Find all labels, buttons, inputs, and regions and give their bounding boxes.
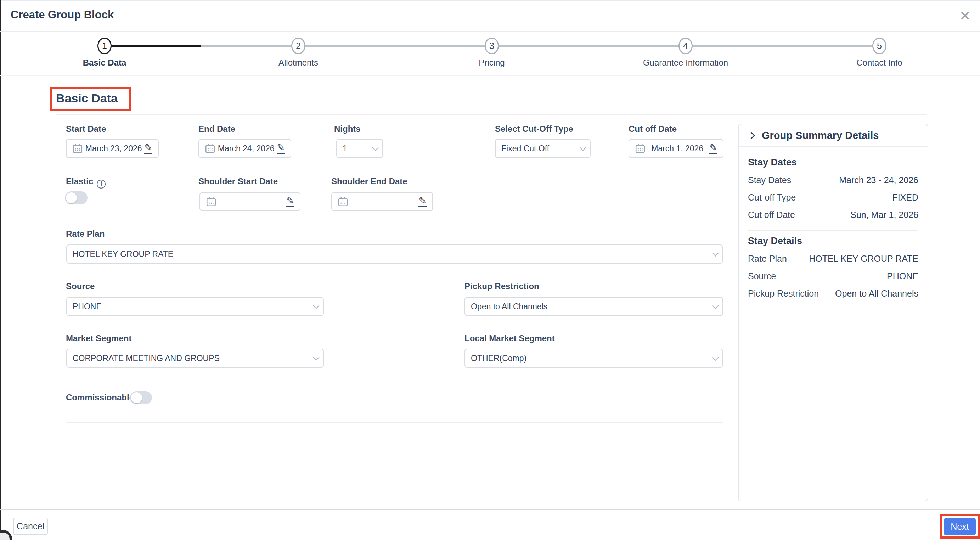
local-market-segment-select[interactable]: OTHER(Comp) [465, 349, 723, 368]
summary-section-heading: Stay Dates [748, 157, 918, 168]
chevron-down-icon [712, 302, 719, 309]
market-segment-label: Market Segment [66, 333, 132, 343]
header-divider [0, 31, 980, 32]
source-value: PHONE [73, 302, 313, 311]
chevron-down-icon [313, 302, 319, 309]
close-icon[interactable]: ✕ [959, 9, 971, 23]
summary-row-value: Sun, Mar 1, 2026 [850, 210, 918, 220]
cutoff-type-value: Fixed Cut Off [501, 144, 580, 153]
end-date-value: March 24, 2026 [215, 144, 277, 153]
edit-icon[interactable]: ✎ [144, 143, 152, 154]
annotation-box-next [940, 514, 980, 538]
summary-row-label: Pickup Restriction [748, 288, 819, 299]
shoulder-start-field[interactable]: ✎ [199, 192, 301, 211]
summary-divider [748, 230, 918, 231]
summary-row: Source PHONE [748, 268, 918, 285]
elastic-toggle[interactable] [65, 191, 88, 204]
start-date-label: Start Date [66, 124, 106, 134]
step-3-label: Pricing [479, 58, 504, 68]
summary-body: Stay Dates Stay Dates March 23 - 24, 202… [739, 147, 928, 322]
chevron-down-icon [712, 250, 719, 256]
summary-row-value: PHONE [887, 271, 918, 281]
summary-row: Rate Plan HOTEL KEY GROUP RATE [748, 250, 918, 268]
footer-divider [0, 509, 980, 510]
elastic-label: Elastici [66, 177, 106, 188]
chevron-down-icon [313, 354, 319, 360]
commissionable-toggle[interactable] [130, 391, 152, 404]
step-2-circle[interactable]: 2 [291, 38, 305, 54]
summary-row-label: Cut off Date [748, 210, 795, 220]
source-label: Source [66, 281, 95, 291]
shoulder-end-field[interactable]: ✎ [331, 192, 433, 211]
chevron-down-icon [712, 354, 719, 360]
step-1-circle[interactable]: 1 [97, 38, 111, 54]
edit-icon[interactable]: ✎ [418, 196, 426, 207]
summary-row: Cut off Date Sun, Mar 1, 2026 [748, 206, 918, 224]
step-5-label: Contact Info [856, 58, 902, 68]
step-1-label: Basic Data [83, 58, 126, 68]
summary-row-label: Stay Dates [748, 175, 791, 185]
shoulder-start-label: Shoulder Start Date [199, 177, 278, 186]
cutoff-date-value: March 1, 2026 [646, 144, 709, 153]
end-date-label: End Date [199, 124, 235, 134]
pickup-restriction-value: Open to All Channels [471, 302, 712, 311]
step-3-circle[interactable]: 3 [485, 38, 499, 54]
summary-row-value: Open to All Channels [835, 288, 918, 299]
annotation-box-heading [50, 87, 131, 111]
start-date-value: March 23, 2026 [83, 144, 144, 153]
summary-row-value: FIXED [892, 193, 918, 203]
chevron-down-icon [580, 144, 586, 151]
cutoff-date-label: Cut off Date [628, 124, 677, 134]
summary-row-label: Source [748, 271, 776, 281]
edit-icon[interactable]: ✎ [709, 143, 717, 154]
edit-icon[interactable]: ✎ [277, 143, 285, 154]
calendar-icon [206, 196, 216, 207]
summary-title: Group Summary Details [762, 130, 879, 142]
cutoff-type-select[interactable]: Fixed Cut Off [495, 139, 590, 158]
cutoff-type-label: Select Cut-Off Type [495, 124, 573, 134]
summary-row-value: HOTEL KEY GROUP RATE [809, 254, 918, 264]
summary-divider [748, 309, 918, 309]
window-left-edge [0, 0, 1, 540]
market-segment-value: CORPORATE MEETING AND GROUPS [73, 354, 313, 363]
step-5-circle[interactable]: 5 [872, 38, 886, 54]
calendar-icon [205, 143, 215, 154]
local-market-segment-label: Local Market Segment [465, 333, 555, 343]
chevron-right-icon [748, 131, 755, 139]
toggle-knob [131, 392, 142, 403]
window-top-edge [0, 0, 980, 1]
end-date-field[interactable]: March 24, 2026 ✎ [199, 139, 291, 158]
summary-row-value: March 23 - 24, 2026 [839, 175, 918, 185]
pickup-restriction-select[interactable]: Open to All Channels [465, 297, 723, 316]
summary-row-label: Rate Plan [748, 254, 787, 264]
commissionable-label: Commissionable [66, 393, 134, 403]
summary-header[interactable]: Group Summary Details [739, 124, 928, 147]
section-divider [56, 114, 927, 115]
summary-row: Pickup Restriction Open to All Channels [748, 285, 918, 302]
calendar-icon [338, 196, 348, 207]
shoulder-end-label: Shoulder End Date [331, 177, 407, 186]
step-4-label: Guarantee Information [643, 58, 728, 68]
rate-plan-select[interactable]: HOTEL KEY GROUP RATE [66, 244, 723, 264]
chevron-down-icon [372, 144, 379, 151]
summary-row: Cut-off Type FIXED [748, 189, 918, 206]
step-4-circle[interactable]: 4 [678, 38, 693, 54]
form-bottom-divider [66, 422, 723, 423]
start-date-field[interactable]: March 23, 2026 ✎ [66, 139, 159, 158]
calendar-icon [635, 143, 646, 154]
step-2-label: Allotments [278, 58, 318, 68]
info-icon[interactable]: i [97, 180, 106, 188]
elastic-label-text: Elastic [66, 177, 93, 186]
edit-icon[interactable]: ✎ [286, 196, 294, 207]
stepper-divider [0, 75, 980, 76]
toggle-knob [66, 193, 77, 203]
source-select[interactable]: PHONE [66, 297, 324, 316]
market-segment-select[interactable]: CORPORATE MEETING AND GROUPS [66, 349, 324, 368]
nights-label: Nights [334, 124, 361, 134]
calendar-icon [72, 143, 83, 154]
cancel-button[interactable]: Cancel [13, 518, 48, 535]
cutoff-date-field[interactable]: March 1, 2026 ✎ [628, 139, 724, 158]
nights-select[interactable]: 1 [336, 139, 383, 158]
nights-value: 1 [343, 144, 372, 153]
group-summary-panel: Group Summary Details Stay Dates Stay Da… [738, 124, 928, 502]
